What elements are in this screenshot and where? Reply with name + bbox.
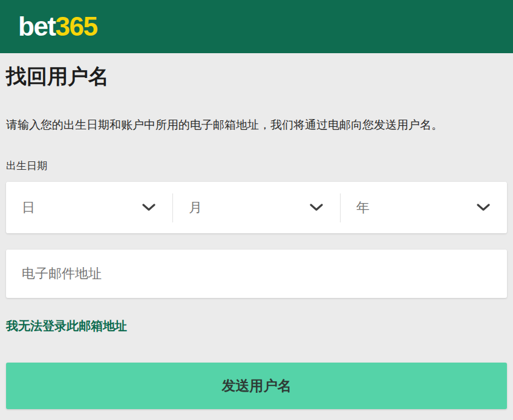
email-input[interactable] [6,250,507,298]
logo-365: 365 [56,11,97,41]
header: bet365 [0,0,513,53]
send-username-button[interactable]: 发送用户名 [6,363,507,409]
page-title: 找回用户名 [6,63,507,89]
chevron-down-icon [310,204,323,212]
dob-month-value: 月 [189,199,202,217]
dob-day-select[interactable]: 日 [6,182,172,233]
bet365-logo[interactable]: bet365 [18,13,97,40]
dob-year-value: 年 [356,199,370,217]
logo-bet: bet [18,11,56,41]
chevron-down-icon [477,204,490,212]
dob-label: 出生日期 [6,159,507,173]
dob-day-value: 日 [22,199,35,217]
instructions-text: 请输入您的出生日期和账户中所用的电子邮箱地址，我们将通过电邮向您发送用户名。 [6,117,507,134]
dob-year-select[interactable]: 年 [341,182,507,233]
main-content: 找回用户名 请输入您的出生日期和账户中所用的电子邮箱地址，我们将通过电邮向您发送… [0,63,513,409]
dob-month-select[interactable]: 月 [173,182,339,233]
chevron-down-icon [142,204,155,212]
dob-select-row: 日 月 年 [6,182,507,233]
cant-access-email-link[interactable]: 我无法登录此邮箱地址 [6,318,127,334]
